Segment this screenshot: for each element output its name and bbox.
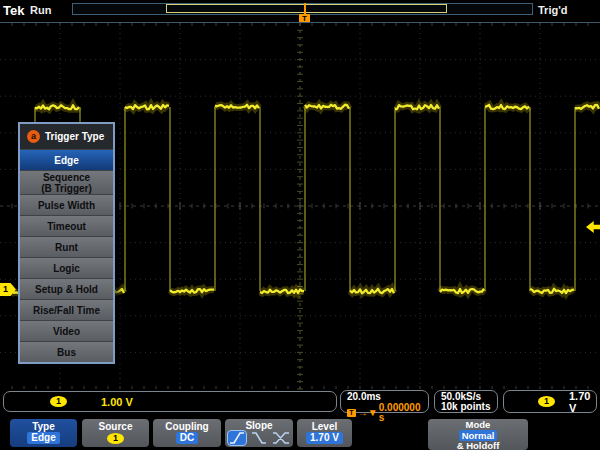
record-length-value: 10k points [441,402,497,412]
channel1-scale-value: 1.00 V [101,396,133,408]
slope-button[interactable]: Slope [225,419,293,447]
trigger-level-value: 1.70 V [569,390,590,414]
trigger-t-icon: T [347,409,356,417]
coupling-button[interactable]: Coupling DC [153,419,221,447]
oscilloscope-screen: Tek Run T Trig'd 1 a Trigger Type EdgeSe… [0,0,600,450]
coupling-value: DC [176,432,198,444]
trigger-position-readout: T→▼0.000000 s [347,403,428,423]
channel1-scale-readout: 1 1.00 V [3,391,337,412]
acquisition-readout: 50.0kS/s 10k points [434,390,498,413]
slope-options [225,431,293,445]
menu-item-logic[interactable]: Logic [20,257,113,278]
menu-item-pulse-width[interactable]: Pulse Width [20,194,113,215]
multipurpose-knob-a-icon: a [27,130,40,143]
slope-label: Slope [225,420,293,431]
coupling-label: Coupling [153,421,221,432]
falling-slope-icon[interactable] [250,431,268,445]
timebase-value: 20.0ms [347,392,428,402]
menu-item-runt[interactable]: Runt [20,236,113,257]
channel1-badge: 1 [50,396,67,407]
level-button[interactable]: Level 1.70 V [297,419,352,447]
rising-slope-icon[interactable] [228,431,246,445]
menu-item-rise-fall-time[interactable]: Rise/Fall Time [20,299,113,320]
menu-item-timeout[interactable]: Timeout [20,215,113,236]
menu-title: Trigger Type [45,131,104,142]
menu-item-setup-hold[interactable]: Setup & Hold [20,278,113,299]
source-label: Source [82,421,149,432]
type-button[interactable]: Type Edge [10,419,77,447]
trigger-source-badge: 1 [538,396,555,407]
source-button[interactable]: Source 1 [82,419,149,447]
menu-item-edge[interactable]: Edge [20,149,113,170]
menu-item-list: EdgeSequence (B Trigger)Pulse WidthTimeo… [20,149,113,362]
menu-item-sequence-b-trigger[interactable]: Sequence (B Trigger) [20,170,113,194]
menu-item-video[interactable]: Video [20,320,113,341]
level-label: Level [297,421,352,432]
type-value: Edge [27,432,59,444]
trigger-position-arrow-icon: →▼ [358,408,378,418]
mode-button[interactable]: Mode Normal & Holdoff [428,419,528,450]
level-value: 1.70 V [306,432,343,444]
menu-item-bus[interactable]: Bus [20,341,113,362]
mode-value2: & Holdoff [428,441,528,450]
mode-label: Mode [428,420,528,430]
trigger-type-menu: a Trigger Type EdgeSequence (B Trigger)P… [18,122,115,364]
trigger-readout: 1 1.70 V [503,390,597,413]
menu-header: a Trigger Type [20,124,113,149]
either-slope-icon[interactable] [272,431,290,445]
type-label: Type [10,421,77,432]
trigger-position-value: 0.000000 s [379,403,428,423]
horizontal-readout: 20.0ms T→▼0.000000 s [340,390,429,413]
source-channel-badge: 1 [107,433,124,444]
